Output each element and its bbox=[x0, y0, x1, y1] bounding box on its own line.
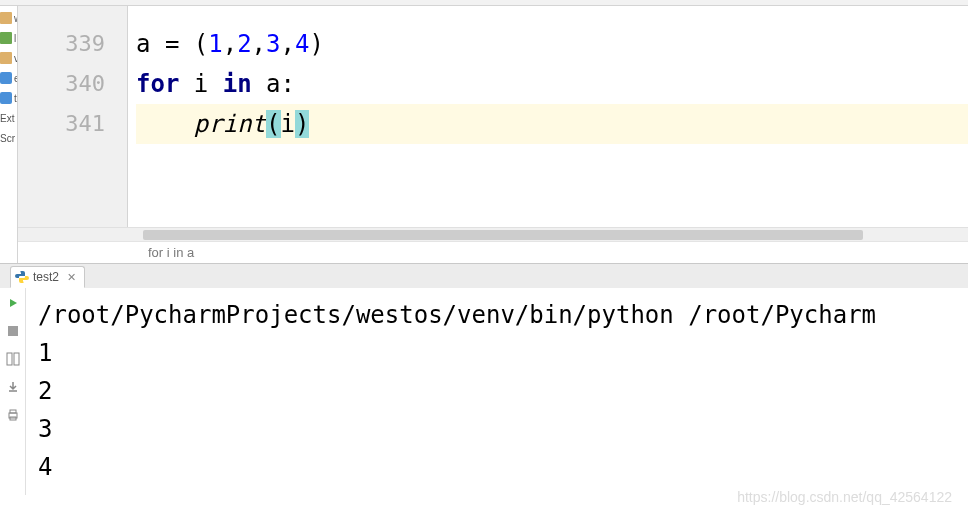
close-icon[interactable]: ✕ bbox=[67, 271, 76, 284]
python-icon bbox=[15, 270, 29, 284]
run-tab-label: test2 bbox=[33, 270, 59, 284]
layout-button[interactable] bbox=[4, 350, 22, 368]
scrollbar-thumb[interactable] bbox=[143, 230, 863, 240]
console-line: 1 bbox=[38, 334, 956, 372]
breadcrumb-text: for i in a bbox=[148, 245, 194, 260]
sidebar-item[interactable]: e bbox=[0, 68, 17, 88]
console-line: 3 bbox=[38, 410, 956, 448]
run-tabs-bar: test2 ✕ bbox=[0, 264, 968, 288]
code-line[interactable]: for i in a: bbox=[136, 64, 968, 104]
folder-icon bbox=[0, 52, 12, 64]
code-line-current[interactable]: print(i) bbox=[136, 104, 968, 144]
sidebar-item[interactable]: Scr bbox=[0, 128, 17, 148]
main-area: wes l v e t Ext Scr 339 340 341 a = (1,2… bbox=[0, 6, 968, 263]
sidebar-item[interactable]: v bbox=[0, 48, 17, 68]
print-button[interactable] bbox=[4, 406, 22, 424]
run-panel: test2 ✕ /root/PycharmProjects/westos/ven… bbox=[0, 263, 968, 495]
console-output[interactable]: /root/PycharmProjects/westos/venv/bin/py… bbox=[26, 288, 968, 495]
sidebar-item[interactable]: t bbox=[0, 88, 17, 108]
sidebar-label: l bbox=[14, 33, 16, 44]
svg-rect-4 bbox=[10, 410, 16, 413]
horizontal-scrollbar[interactable] bbox=[18, 227, 968, 241]
export-button[interactable] bbox=[4, 378, 22, 396]
line-number: 341 bbox=[18, 104, 105, 144]
python-file-icon bbox=[0, 72, 12, 84]
lib-icon bbox=[0, 32, 12, 44]
svg-rect-1 bbox=[7, 353, 12, 365]
sidebar-label: t bbox=[14, 93, 17, 104]
svg-rect-0 bbox=[8, 326, 18, 336]
code-editor[interactable]: a = (1,2,3,4) for i in a: print(i) bbox=[128, 6, 968, 227]
console-line: 4 bbox=[38, 448, 956, 486]
line-number-gutter: 339 340 341 bbox=[18, 6, 128, 227]
console-line: /root/PycharmProjects/westos/venv/bin/py… bbox=[38, 296, 956, 334]
run-body: /root/PycharmProjects/westos/venv/bin/py… bbox=[0, 288, 968, 495]
stop-button[interactable] bbox=[4, 322, 22, 340]
breadcrumb[interactable]: for i in a bbox=[18, 241, 968, 263]
paren-highlight: ( bbox=[266, 110, 280, 138]
line-number: 339 bbox=[18, 24, 105, 64]
folder-icon bbox=[0, 12, 12, 24]
project-sidebar[interactable]: wes l v e t Ext Scr bbox=[0, 6, 18, 263]
line-number: 340 bbox=[18, 64, 105, 104]
console-line: 2 bbox=[38, 372, 956, 410]
sidebar-label: Ext bbox=[0, 113, 14, 124]
run-toolbar bbox=[0, 288, 26, 495]
sidebar-label: Scr bbox=[0, 133, 15, 144]
sidebar-item[interactable]: l bbox=[0, 28, 17, 48]
editor-body: 339 340 341 a = (1,2,3,4) for i in a: pr… bbox=[18, 6, 968, 227]
run-tab[interactable]: test2 ✕ bbox=[10, 266, 85, 288]
sidebar-item[interactable]: Ext bbox=[0, 108, 17, 128]
svg-rect-2 bbox=[14, 353, 19, 365]
sidebar-item[interactable]: wes bbox=[0, 8, 17, 28]
python-file-icon bbox=[0, 92, 12, 104]
paren-highlight: ) bbox=[295, 110, 309, 138]
editor-wrap: 339 340 341 a = (1,2,3,4) for i in a: pr… bbox=[18, 6, 968, 263]
rerun-button[interactable] bbox=[4, 294, 22, 312]
code-line[interactable]: a = (1,2,3,4) bbox=[136, 24, 968, 64]
